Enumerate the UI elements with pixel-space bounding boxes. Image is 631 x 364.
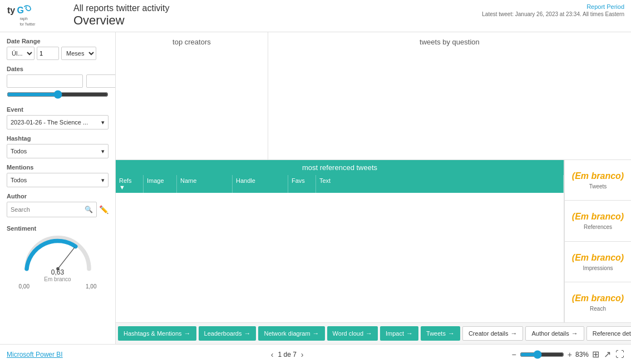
top-bar: ty G raph for Twitter All reports twitte…: [0, 0, 631, 32]
report-period-area: Report Period Latest tweet: January 26, …: [482, 3, 624, 17]
arrow-icon-3: →: [313, 330, 319, 337]
svg-text:G: G: [17, 6, 24, 15]
charts-top: top creators tweets by question: [116, 32, 631, 160]
arrow-icon-6: →: [448, 330, 455, 337]
title-area: All reports twitter activity Overview: [57, 3, 482, 28]
tab-network-diagram[interactable]: Network diagram →: [258, 326, 324, 341]
stat-impressions-label: Impressions: [583, 265, 613, 271]
sentiment-label: Sentiment: [7, 225, 109, 232]
top-creators-chart: [121, 51, 262, 154]
date-from[interactable]: [7, 74, 83, 88]
edit-icon[interactable]: ✏️: [99, 205, 109, 214]
logo: ty G raph for Twitter: [7, 3, 57, 26]
tab-hashtags-mentions[interactable]: Hashtags & Mentions →: [118, 326, 196, 341]
stat-reach: (Em branco) Reach: [565, 282, 631, 322]
dates-section: Dates: [7, 66, 109, 101]
tab-impact-label: Impact: [386, 330, 404, 337]
page-prev-button[interactable]: ‹: [271, 350, 274, 359]
hashtag-dropdown[interactable]: Todos ▾: [7, 144, 109, 158]
date-slider[interactable]: [7, 90, 109, 99]
stat-tweets-value: (Em branco): [572, 171, 624, 181]
tab-network-diagram-label: Network diagram: [264, 330, 310, 337]
tab-word-cloud[interactable]: Word cloud →: [327, 326, 378, 341]
date-slider-container: [7, 90, 109, 101]
dates-row: [7, 74, 109, 88]
tweets-body: [116, 193, 564, 322]
tab-impact[interactable]: Impact →: [380, 326, 418, 341]
gauge-range: 0,00 1,00: [19, 283, 97, 290]
tab-leaderboards[interactable]: Leaderboards →: [199, 326, 257, 341]
tab-author-details-label: Author details: [531, 330, 569, 337]
stat-tweets-label: Tweets: [589, 183, 607, 190]
date-range-label: Date Range: [7, 38, 109, 44]
author-section: Author 🔍 ✏️: [7, 193, 109, 217]
tab-reference-details[interactable]: Reference details →: [586, 326, 631, 341]
tweets-panel: most referenced tweets Refs▼ Image Name …: [116, 160, 564, 322]
date-range-number[interactable]: [37, 47, 59, 60]
date-range-select[interactable]: Úl...: [7, 47, 34, 60]
tab-creator-details[interactable]: Creator details →: [462, 326, 524, 341]
tab-author-details[interactable]: Author details →: [525, 326, 584, 341]
report-subtitle: Overview: [73, 13, 482, 28]
event-value: 2023-01-26 - The Science ...: [11, 119, 88, 126]
event-section: Event 2023-01-26 - The Science ... ▾: [7, 106, 109, 129]
export-icon[interactable]: ↗: [604, 349, 611, 360]
tweets-by-question-chart: [274, 51, 625, 154]
arrow-icon-5: →: [406, 330, 413, 337]
svg-text:for Twitter: for Twitter: [19, 22, 36, 26]
date-range-unit-select[interactable]: Meses: [61, 47, 96, 60]
search-row: 🔍 ✏️: [7, 202, 109, 217]
mentions-dropdown[interactable]: Todos ▾: [7, 173, 109, 187]
arrow-icon-4: →: [366, 330, 372, 337]
search-input-wrap: 🔍: [7, 202, 97, 217]
fullscreen-icon[interactable]: ⛶: [615, 350, 624, 360]
col-name-header: Name: [177, 175, 233, 193]
zoom-controls: − + 83% ⊞ ↗ ⛶: [512, 349, 624, 360]
fit-page-icon[interactable]: ⊞: [592, 349, 599, 360]
stat-impressions: (Em branco) Impressions: [565, 242, 631, 282]
tab-leaderboards-label: Leaderboards: [204, 330, 242, 337]
svg-text:ty: ty: [7, 6, 15, 15]
col-favs-header: Favs: [288, 175, 316, 193]
arrow-icon-7: →: [510, 330, 517, 337]
stat-references-value: (Em branco): [572, 211, 624, 222]
main-content: Date Range Úl... Meses Dates Eve: [0, 32, 631, 344]
powerbi-link[interactable]: Microsoft Power BI: [7, 351, 63, 358]
arrow-icon-2: →: [244, 330, 250, 337]
date-to[interactable]: [86, 74, 116, 88]
hashtag-label: Hashtag: [7, 135, 109, 142]
top-creators-title: top creators: [172, 38, 211, 46]
mentions-label: Mentions: [7, 164, 109, 171]
charts-bottom: most referenced tweets Refs▼ Image Name …: [116, 160, 631, 322]
stat-impressions-value: (Em branco): [572, 252, 624, 263]
tweets-by-question-title: tweets by question: [420, 38, 480, 46]
zoom-out-button[interactable]: −: [512, 350, 516, 359]
date-range-section: Date Range Úl... Meses: [7, 38, 109, 60]
search-input[interactable]: [11, 206, 85, 213]
logo-area: ty G raph for Twitter: [7, 3, 57, 26]
tab-tweets[interactable]: Tweets →: [421, 326, 460, 341]
arrow-icon-8: →: [571, 330, 578, 337]
hashtag-section: Hashtag Todos ▾: [7, 135, 109, 158]
zoom-slider[interactable]: [520, 350, 564, 359]
report-title: All reports twitter activity: [73, 3, 482, 13]
svg-text:raph: raph: [19, 16, 27, 21]
gauge-value: 0,63: [44, 268, 71, 276]
bottom-icons: ⊞ ↗ ⛶: [592, 349, 624, 360]
zoom-in-button[interactable]: +: [568, 350, 572, 359]
arrow-icon: →: [184, 330, 191, 337]
author-label: Author: [7, 193, 109, 200]
sentiment-section: Sentiment 0,63 Em branco 0,00 1: [7, 225, 109, 290]
event-dropdown[interactable]: 2023-01-26 - The Science ... ▾: [7, 115, 109, 129]
tweets-by-question-panel: tweets by question: [268, 32, 631, 159]
top-creators-panel: top creators: [116, 32, 268, 159]
chevron-down-icon-2: ▾: [101, 148, 105, 155]
tab-creator-details-label: Creator details: [469, 330, 509, 337]
page-next-button[interactable]: ›: [301, 350, 304, 359]
tab-word-cloud-label: Word cloud: [333, 330, 363, 337]
stats-panel: (Em branco) Tweets (Em branco) Reference…: [564, 160, 631, 322]
stat-references-label: References: [584, 224, 612, 230]
tab-hashtags-mentions-label: Hashtags & Mentions: [124, 330, 182, 337]
chevron-down-icon: ▾: [101, 119, 105, 126]
content-area: top creators tweets by question most ref…: [116, 32, 631, 344]
